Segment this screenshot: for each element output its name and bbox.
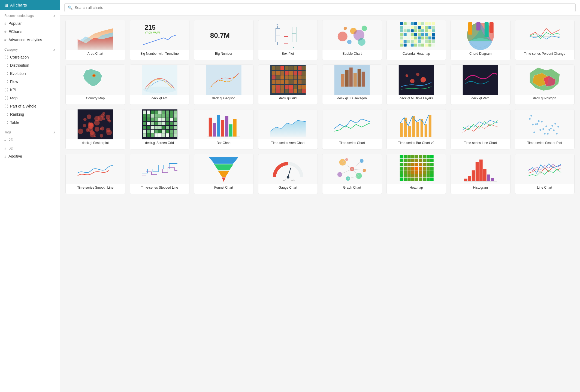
svg-rect-280: [424, 124, 427, 137]
svg-rect-258: [150, 133, 154, 137]
chart-card[interactable]: Calendar Heatmap: [386, 20, 446, 60]
sidebar-item-flow[interactable]: ⛶ Flow: [0, 78, 60, 86]
chart-thumbnail: [194, 109, 253, 139]
sidebar-item-table[interactable]: ⛶ Table: [0, 118, 60, 127]
chart-card[interactable]: Time-series Percent Change: [515, 20, 575, 60]
sidebar-item-2d[interactable]: # 2D: [0, 136, 60, 144]
chart-card[interactable]: Chord Diagram: [451, 20, 510, 60]
chart-card[interactable]: Time-series Bar Chart v2: [386, 109, 446, 149]
chart-card[interactable]: Time-series Area Chart: [258, 109, 318, 149]
sidebar-item-popular[interactable]: # Popular: [0, 19, 60, 27]
svg-text:0°C: 0°C: [283, 179, 288, 182]
svg-rect-150: [276, 89, 280, 93]
svg-rect-340: [422, 159, 426, 162]
svg-rect-206: [158, 111, 161, 114]
chart-card[interactable]: Funnel Chart: [194, 154, 254, 194]
sidebar-item-additive[interactable]: # Additive: [0, 152, 60, 160]
svg-rect-233: [158, 122, 161, 125]
sidebar-item-ranking[interactable]: ⛶ Ranking: [0, 110, 60, 118]
chart-card[interactable]: deck.gl Multiple Layers: [386, 65, 446, 105]
chart-card[interactable]: deck.gl Arc: [130, 65, 190, 105]
svg-rect-327: [407, 155, 410, 158]
chart-card[interactable]: 80.7M Big Number: [194, 20, 254, 60]
sidebar-item-all-charts[interactable]: ▦ All charts: [0, 0, 60, 10]
svg-marker-303: [214, 164, 233, 170]
chart-card[interactable]: deck.gl Geojson: [194, 65, 254, 105]
chart-card[interactable]: deck.gl Polygon: [515, 65, 575, 105]
chart-card[interactable]: Time-series Line Chart: [451, 109, 510, 149]
distribution-icon: ⛶: [4, 63, 8, 68]
chart-card[interactable]: Graph Chart: [322, 154, 382, 194]
chart-card[interactable]: Heatmap: [386, 154, 446, 194]
chart-card[interactable]: deck.gl Screen Grid: [130, 109, 190, 149]
chart-label: deck.gl Scatterplot: [66, 139, 125, 149]
sidebar-item-distribution[interactable]: ⛶ Distribution: [0, 61, 60, 69]
svg-rect-66: [432, 33, 435, 36]
svg-point-22: [347, 40, 352, 44]
chart-card[interactable]: Time-series Chart: [322, 109, 382, 149]
chart-thumbnail: [451, 109, 510, 139]
svg-point-288: [538, 120, 539, 122]
chart-card[interactable]: Box Plot: [258, 20, 318, 60]
chart-card[interactable]: deck.gl Scatterplot: [65, 109, 125, 149]
svg-point-293: [545, 125, 547, 127]
sidebar-item-evolution[interactable]: ⛶ Evolution: [0, 69, 60, 78]
chart-label: deck.gl Geojson: [194, 95, 253, 105]
svg-rect-342: [430, 159, 433, 162]
chart-card[interactable]: Country Map: [65, 65, 125, 105]
svg-rect-87: [400, 44, 403, 47]
correlation-icon: ⛶: [4, 55, 8, 59]
svg-rect-336: [407, 159, 410, 162]
svg-rect-169: [463, 65, 498, 95]
chart-card[interactable]: Line Chart: [515, 154, 575, 194]
svg-rect-146: [293, 85, 297, 89]
chart-card[interactable]: Bubble Chart: [322, 20, 382, 60]
svg-rect-392: [479, 160, 483, 181]
svg-rect-240: [150, 126, 154, 129]
svg-rect-55: [428, 29, 431, 32]
sidebar-item-echarts[interactable]: # ECharts: [0, 27, 60, 36]
svg-rect-245: [170, 126, 173, 129]
sidebar-item-kpi[interactable]: ⛶ KPI: [0, 86, 60, 94]
chart-label: deck.gl Multiple Layers: [387, 95, 446, 105]
svg-rect-48: [403, 29, 406, 32]
map-icon: ⛶: [4, 96, 8, 100]
svg-point-196: [100, 134, 103, 137]
sidebar-item-3d[interactable]: # 3D: [0, 144, 60, 152]
sidebar-item-part-of-whole[interactable]: ⛶ Part of a Whole: [0, 102, 60, 110]
chart-card[interactable]: deck.gl Grid: [258, 65, 318, 105]
chart-thumbnail: [387, 65, 446, 95]
chart-card[interactable]: Histogram: [451, 154, 510, 194]
svg-rect-350: [426, 163, 430, 166]
svg-rect-49: [407, 29, 410, 32]
svg-rect-39: [407, 26, 410, 29]
sidebar-item-correlation[interactable]: ⛶ Correlation: [0, 53, 60, 61]
chart-card[interactable]: Area Chart: [65, 20, 125, 60]
svg-rect-356: [415, 167, 418, 170]
svg-point-282: [529, 118, 530, 120]
svg-rect-271: [233, 119, 237, 137]
svg-rect-47: [400, 29, 403, 32]
chart-card[interactable]: Time-series Scatter Plot: [515, 109, 575, 149]
chart-card[interactable]: deck.gl 3D Hexagon: [322, 65, 382, 105]
sidebar-item-advanced-analytics[interactable]: # Advanced-Analytics: [0, 36, 60, 44]
chart-card[interactable]: Time-series Smooth Line: [65, 154, 125, 194]
chart-card[interactable]: 0°C 39°C Gauge Chart: [258, 154, 318, 194]
svg-rect-360: [430, 167, 433, 170]
svg-rect-75: [428, 36, 431, 39]
search-input[interactable]: [75, 5, 572, 10]
svg-rect-265: [209, 118, 212, 137]
chart-card[interactable]: Bar Chart: [194, 109, 254, 149]
chart-thumbnail: [451, 20, 510, 50]
svg-rect-89: [407, 44, 410, 47]
svg-rect-34: [425, 22, 428, 25]
svg-rect-82: [418, 40, 421, 43]
chart-card[interactable]: deck.gl Path: [451, 65, 510, 105]
sidebar-item-map[interactable]: ⛶ Map: [0, 94, 60, 102]
svg-rect-215: [158, 114, 161, 118]
chart-card[interactable]: Time-series Stepped Line: [130, 154, 190, 194]
category-section: Category ∧: [0, 45, 60, 53]
chart-label: Box Plot: [258, 50, 318, 60]
chart-card[interactable]: 215 +7.0% WoW Big Number with Trendline: [130, 20, 190, 60]
svg-point-292: [544, 133, 545, 134]
